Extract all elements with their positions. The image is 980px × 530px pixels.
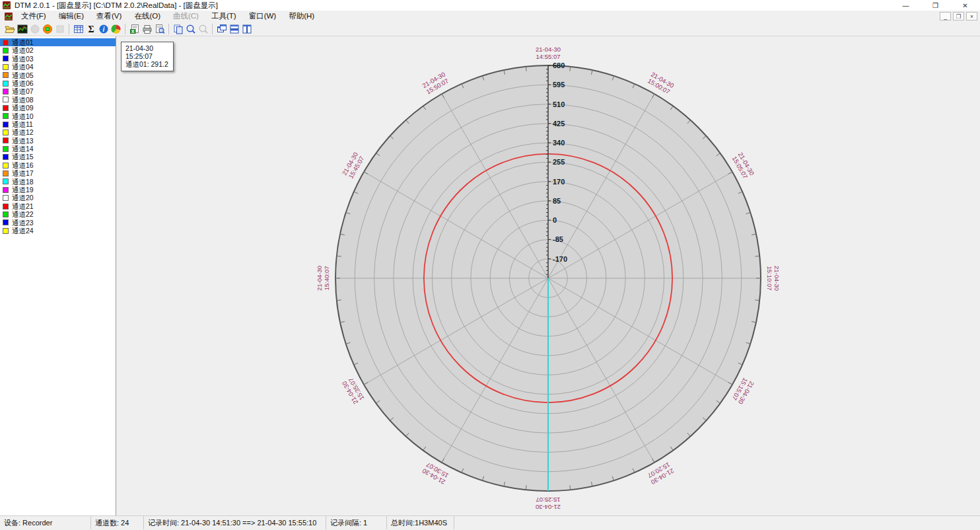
toolbar-separator xyxy=(168,24,169,34)
data-tooltip: 21-04-30 15:25:07 通道01: 291.2 xyxy=(121,42,174,71)
realtime-chart-icon xyxy=(17,24,28,34)
menu-item-edit[interactable]: 编辑(E) xyxy=(55,11,87,22)
channel-item[interactable]: 通道03 xyxy=(0,55,116,63)
menu-item-file[interactable]: 文件(F) xyxy=(18,11,50,22)
zoom-icon xyxy=(186,24,196,34)
channel-color-swatch xyxy=(3,187,9,193)
channel-item[interactable]: 通道06 xyxy=(0,79,116,87)
channel-label: 通道22 xyxy=(12,210,34,218)
copy-button[interactable] xyxy=(172,22,184,36)
child-minimize-button[interactable]: _ xyxy=(940,12,951,20)
channel-item[interactable]: 通道11 xyxy=(0,120,116,128)
channel-item[interactable]: 通道19 xyxy=(0,186,116,194)
channel-color-swatch xyxy=(3,211,9,217)
status-filler xyxy=(454,516,980,529)
channel-item[interactable]: 通道08 xyxy=(0,96,116,104)
minimize-button[interactable]: — xyxy=(891,0,921,11)
svg-text:Σ: Σ xyxy=(88,24,94,34)
menu-item-online[interactable]: 在线(O) xyxy=(131,11,164,22)
tooltip-date: 21-04-30 xyxy=(125,44,168,52)
channel-label: 通道06 xyxy=(12,79,34,87)
channel-label: 通道10 xyxy=(12,112,34,120)
channel-item[interactable]: 通道24 xyxy=(0,227,116,235)
menu-item-curve[interactable]: 曲线(C) xyxy=(170,11,202,22)
channel-color-swatch xyxy=(3,105,9,111)
channel-item[interactable]: 通道04 xyxy=(0,63,116,71)
channel-item[interactable]: 通道12 xyxy=(0,128,116,136)
radial-tick-label: 510 xyxy=(553,100,565,108)
info-button[interactable]: i xyxy=(97,22,110,36)
status-total-time: 总时间:1H3M40S xyxy=(387,516,454,529)
time-label: 21-04-3015:25:07 xyxy=(536,496,561,511)
open-folder-button[interactable] xyxy=(3,22,16,36)
channel-item[interactable]: 通道20 xyxy=(0,194,116,202)
radial-tick-label: 680 xyxy=(553,61,565,69)
statistics-sigma-button[interactable]: Σ xyxy=(85,22,97,36)
restore-button[interactable]: ❐ xyxy=(921,0,950,11)
status-channel-count: 通道数: 24 xyxy=(91,516,144,529)
tile-horizontal-button[interactable] xyxy=(228,22,240,36)
channel-item[interactable]: 通道23 xyxy=(0,219,116,227)
channel-color-swatch xyxy=(3,195,9,201)
channel-item[interactable]: 通道15 xyxy=(0,153,116,161)
radial-tick-label: -85 xyxy=(553,235,563,243)
menu-item-tools[interactable]: 工具(T) xyxy=(208,11,240,22)
record-button[interactable] xyxy=(28,22,41,36)
channel-item[interactable]: 通道05 xyxy=(0,71,116,79)
print-icon xyxy=(142,24,153,34)
channel-item[interactable]: 通道10 xyxy=(0,112,116,120)
channel-item[interactable]: 通道22 xyxy=(0,210,116,218)
channel-label: 通道02 xyxy=(12,46,34,54)
zoom-button[interactable] xyxy=(184,22,197,36)
channel-label: 通道20 xyxy=(12,194,34,202)
channel-item[interactable]: 通道01 xyxy=(0,38,116,46)
print-preview-icon xyxy=(155,24,165,34)
print-button[interactable] xyxy=(141,22,153,36)
child-window-icon[interactable] xyxy=(5,13,13,20)
print-preview-button[interactable] xyxy=(153,22,166,36)
channel-item[interactable]: 通道13 xyxy=(0,137,116,145)
channel-label: 通道23 xyxy=(12,219,34,227)
child-restore-button[interactable]: ❐ xyxy=(953,12,964,20)
pause-button[interactable] xyxy=(53,22,66,36)
channel-color-swatch xyxy=(3,56,9,61)
zoom-restore-icon xyxy=(198,24,209,34)
channel-label: 通道14 xyxy=(12,145,34,153)
channel-color-swatch xyxy=(3,137,9,143)
channel-item[interactable]: 通道07 xyxy=(0,87,116,95)
menu-item-view[interactable]: 查看(V) xyxy=(93,11,125,22)
close-button[interactable]: ✕ xyxy=(950,0,980,11)
radial-tick-label: 0 xyxy=(553,216,557,224)
channel-item[interactable]: 通道02 xyxy=(0,46,116,54)
channel-item[interactable]: 通道18 xyxy=(0,178,116,186)
channel-item[interactable]: 通道21 xyxy=(0,202,116,210)
tile-vertical-icon xyxy=(242,24,252,34)
cascade-windows-button[interactable] xyxy=(215,22,228,36)
channel-label: 通道08 xyxy=(12,96,34,104)
channel-color-swatch xyxy=(3,81,9,87)
channel-label: 通道01 xyxy=(12,38,34,46)
channel-item[interactable]: 通道16 xyxy=(0,161,116,169)
realtime-chart-button[interactable] xyxy=(16,22,28,36)
menu-item-help[interactable]: 帮助(H) xyxy=(285,11,318,22)
copy-icon xyxy=(173,24,184,34)
time-label: 21-04-3015:10:07 xyxy=(766,266,781,291)
channel-color-swatch xyxy=(3,163,9,169)
toolbar: ΣiX xyxy=(0,22,980,36)
menu-item-window[interactable]: 窗口(W) xyxy=(246,11,280,22)
channel-item[interactable]: 通道09 xyxy=(0,104,116,112)
pie-chart-button[interactable] xyxy=(110,22,122,36)
data-table-button[interactable] xyxy=(72,22,85,36)
channel-item[interactable]: 通道17 xyxy=(0,169,116,177)
channel-color-swatch xyxy=(3,40,9,46)
stop-record-button[interactable] xyxy=(41,22,53,36)
cascade-windows-icon xyxy=(217,24,227,34)
channel-color-swatch xyxy=(3,64,9,70)
tile-vertical-button[interactable] xyxy=(240,22,253,36)
channel-item[interactable]: 通道14 xyxy=(0,145,116,153)
tooltip-time: 15:25:07 xyxy=(125,52,168,60)
radial-tick-label: 595 xyxy=(553,81,565,89)
child-close-button[interactable]: × xyxy=(966,12,977,20)
export-button[interactable]: X xyxy=(128,22,141,36)
zoom-restore-button[interactable] xyxy=(197,22,209,36)
